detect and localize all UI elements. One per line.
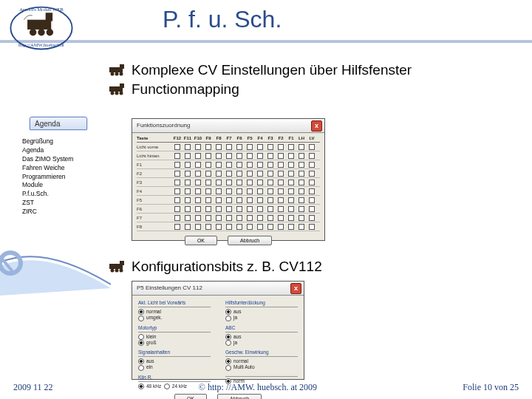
checkbox[interactable] xyxy=(296,197,307,203)
checkbox[interactable] xyxy=(193,188,203,194)
checkbox[interactable] xyxy=(193,224,203,230)
checkbox[interactable] xyxy=(203,215,214,221)
radio-icon[interactable] xyxy=(225,358,231,364)
checkbox[interactable] xyxy=(296,215,307,221)
ok-button[interactable]: OK xyxy=(185,236,217,245)
checkbox[interactable] xyxy=(224,215,234,221)
checkbox[interactable] xyxy=(307,171,317,177)
checkbox[interactable] xyxy=(307,197,317,203)
radio-icon[interactable] xyxy=(225,340,231,346)
checkbox[interactable] xyxy=(224,180,234,185)
checkbox[interactable] xyxy=(245,215,255,221)
checkbox[interactable] xyxy=(296,180,307,185)
checkbox[interactable] xyxy=(214,171,224,177)
checkbox[interactable] xyxy=(307,162,317,168)
checkbox[interactable] xyxy=(193,197,203,203)
checkbox[interactable] xyxy=(172,171,183,177)
checkbox[interactable] xyxy=(296,162,307,168)
checkbox[interactable] xyxy=(172,153,183,159)
checkbox[interactable] xyxy=(286,224,296,230)
checkbox[interactable] xyxy=(172,206,183,212)
checkbox[interactable] xyxy=(255,224,265,230)
checkbox[interactable] xyxy=(307,180,317,185)
checkbox[interactable] xyxy=(214,188,224,194)
checkbox[interactable] xyxy=(193,215,203,221)
checkbox[interactable] xyxy=(276,153,286,159)
checkbox[interactable] xyxy=(214,153,224,159)
checkbox[interactable] xyxy=(214,162,224,168)
checkbox[interactable] xyxy=(286,153,296,159)
checkbox[interactable] xyxy=(307,188,317,194)
checkbox[interactable] xyxy=(193,162,203,168)
checkbox[interactable] xyxy=(276,224,286,230)
checkbox[interactable] xyxy=(183,197,193,203)
checkbox[interactable] xyxy=(234,197,245,203)
checkbox[interactable] xyxy=(307,215,317,221)
checkbox[interactable] xyxy=(307,206,317,212)
checkbox[interactable] xyxy=(172,224,183,230)
checkbox[interactable] xyxy=(255,215,265,221)
checkbox[interactable] xyxy=(203,162,214,168)
checkbox[interactable] xyxy=(203,153,214,159)
checkbox[interactable] xyxy=(286,171,296,177)
checkbox[interactable] xyxy=(193,171,203,177)
close-icon[interactable]: x xyxy=(311,120,322,132)
checkbox[interactable] xyxy=(296,144,307,150)
checkbox[interactable] xyxy=(203,144,214,150)
checkbox[interactable] xyxy=(286,144,296,150)
checkbox[interactable] xyxy=(255,171,265,177)
checkbox[interactable] xyxy=(234,224,245,230)
checkbox[interactable] xyxy=(265,206,276,212)
checkbox[interactable] xyxy=(307,153,317,159)
checkbox[interactable] xyxy=(193,144,203,150)
checkbox[interactable] xyxy=(265,180,276,185)
checkbox[interactable] xyxy=(265,153,276,159)
checkbox[interactable] xyxy=(245,224,255,230)
checkbox[interactable] xyxy=(265,224,276,230)
checkbox[interactable] xyxy=(276,162,286,168)
checkbox[interactable] xyxy=(296,171,307,177)
checkbox[interactable] xyxy=(203,180,214,185)
checkbox[interactable] xyxy=(255,206,265,212)
checkbox[interactable] xyxy=(183,206,193,212)
cancel-button[interactable]: Abbruch xyxy=(217,394,262,399)
close-icon[interactable]: x xyxy=(290,283,301,294)
checkbox[interactable] xyxy=(265,171,276,177)
checkbox[interactable] xyxy=(183,153,193,159)
checkbox[interactable] xyxy=(193,153,203,159)
checkbox[interactable] xyxy=(172,180,183,185)
checkbox[interactable] xyxy=(172,197,183,203)
radio-icon[interactable] xyxy=(225,334,231,340)
radio-icon[interactable] xyxy=(138,334,144,340)
checkbox[interactable] xyxy=(296,224,307,230)
checkbox[interactable] xyxy=(234,188,245,194)
checkbox[interactable] xyxy=(234,180,245,185)
checkbox[interactable] xyxy=(183,215,193,221)
checkbox[interactable] xyxy=(276,144,286,150)
checkbox[interactable] xyxy=(224,144,234,150)
checkbox[interactable] xyxy=(224,206,234,212)
checkbox[interactable] xyxy=(265,188,276,194)
radio-icon[interactable] xyxy=(138,358,144,364)
checkbox[interactable] xyxy=(255,144,265,150)
checkbox[interactable] xyxy=(245,171,255,177)
checkbox[interactable] xyxy=(245,153,255,159)
checkbox[interactable] xyxy=(245,180,255,185)
checkbox[interactable] xyxy=(183,171,193,177)
checkbox[interactable] xyxy=(245,206,255,212)
radio-icon[interactable] xyxy=(225,365,231,371)
checkbox[interactable] xyxy=(234,144,245,150)
checkbox[interactable] xyxy=(214,144,224,150)
checkbox[interactable] xyxy=(265,215,276,221)
checkbox[interactable] xyxy=(255,153,265,159)
checkbox[interactable] xyxy=(296,206,307,212)
checkbox[interactable] xyxy=(286,180,296,185)
checkbox[interactable] xyxy=(203,197,214,203)
checkbox[interactable] xyxy=(183,224,193,230)
checkbox[interactable] xyxy=(276,215,286,221)
checkbox[interactable] xyxy=(214,215,224,221)
radio-icon[interactable] xyxy=(138,309,144,315)
checkbox[interactable] xyxy=(183,180,193,185)
checkbox[interactable] xyxy=(214,206,224,212)
checkbox[interactable] xyxy=(286,162,296,168)
